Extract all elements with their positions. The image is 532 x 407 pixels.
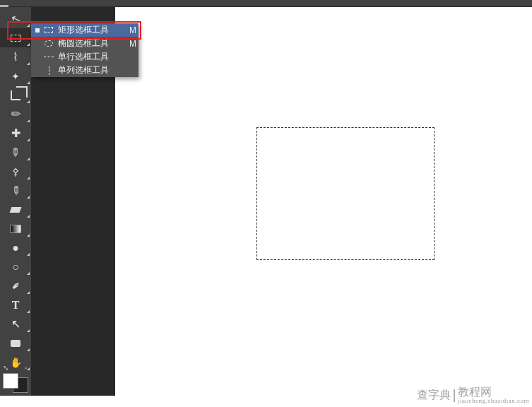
rectangle-shape-icon [11,340,20,347]
wand-tool[interactable]: ✦ [0,66,31,85]
flyout-indicator-icon [27,43,30,46]
flyout-indicator-icon [27,234,30,237]
flyout-label: 椭圆选框工具 [58,37,123,49]
flyout-indicator-icon [27,196,30,199]
marquee-tool[interactable] [0,28,31,47]
eyedropper-icon: ✎ [8,106,24,122]
blur-icon: ● [12,242,19,254]
flyout-indicator-icon [27,62,30,65]
selected-dot-icon [35,28,40,33]
shape-tool[interactable] [0,334,31,353]
move-tool[interactable]: ↖ [0,9,31,28]
heal-tool[interactable]: ✚ [0,124,31,143]
selected-dot-icon [35,69,40,73]
brush-icon: ✎ [8,144,24,160]
dodge-tool[interactable]: ○ [0,257,31,276]
flyout-indicator-icon [27,329,30,332]
watermark: 查字典 教程网 jiaocheng.chazidian.com [417,387,529,404]
flyout-indicator-icon [27,367,30,370]
rectangle-marquee-icon [44,27,54,33]
type-icon: T [12,299,20,312]
path-tool[interactable]: ↖ [0,314,31,334]
flyout-indicator-icon [27,253,30,256]
flyout-indicator-icon [27,119,30,122]
flyout-indicator-icon [27,272,30,275]
marquee-selection[interactable] [256,127,435,260]
lasso-tool[interactable]: ⌇ [0,47,31,66]
flyout-item-ellipse-marquee[interactable]: 椭圆选框工具 M [31,37,138,50]
flyout-label: 单列选框工具 [58,64,123,76]
flyout-label: 单行选框工具 [58,51,123,63]
single-column-marquee-icon [44,66,54,75]
move-icon: ↖ [9,11,23,26]
flyout-item-single-row-marquee[interactable]: 单行选框工具 [31,50,138,64]
flyout-indicator-icon [27,138,30,141]
pen-icon: ✒ [8,278,24,294]
history-brush-icon: ✎ [8,182,24,199]
type-tool[interactable]: T [0,295,31,314]
blur-tool[interactable]: ● [0,238,31,257]
ellipse-marquee-icon [44,40,54,47]
flyout-indicator-icon [27,215,30,218]
dodge-icon: ○ [12,261,19,273]
eyedropper-tool[interactable]: ✎ [0,105,31,124]
watermark-brand-cn: 查字典 [417,388,451,403]
gradient-icon [10,225,21,233]
tool-palette: ↖ ⌇ ✦ ✎ ✚ ✎ ⚴ ✎ ● ○ ✒ T ↖ ✋ 🔍 ⤡ ▫ [0,7,31,396]
selected-dot-icon [35,55,40,59]
brush-tool[interactable]: ✎ [0,143,31,162]
lasso-icon: ⌇ [13,50,18,64]
stamp-tool[interactable]: ⚴ [0,162,31,181]
flyout-label: 矩形选框工具 [58,24,123,36]
selected-dot-icon [35,42,40,46]
spot-heal-icon: ✚ [11,126,20,140]
eraser-tool[interactable] [0,200,31,219]
flyout-shortcut: M [127,39,138,49]
magic-wand-icon: ✦ [11,71,20,82]
flyout-indicator-icon [27,291,30,294]
crop-icon [11,90,20,100]
flyout-item-rectangle-marquee[interactable]: 矩形选框工具 M [31,23,138,37]
pen-tool[interactable]: ✒ [0,276,31,295]
path-select-icon: ↖ [11,317,20,331]
swap-colors-icon[interactable]: ⤡ [3,364,8,372]
marquee-tool-flyout: 矩形选框工具 M 椭圆选框工具 M 单行选框工具 单列选框工具 [31,23,138,77]
flyout-indicator-icon [27,177,30,179]
default-colors-icon[interactable]: ▫ [24,364,27,372]
clone-stamp-icon: ⚴ [12,166,19,177]
color-swatches [3,373,28,393]
divider-icon [454,389,455,402]
foreground-color-swatch[interactable] [3,373,18,389]
crop-tool[interactable] [0,85,31,105]
flyout-indicator-icon [27,158,30,160]
flyout-indicator-icon [27,81,30,84]
watermark-url: jiaocheng.chazidian.com [458,398,529,404]
flyout-item-single-column-marquee[interactable]: 单列选框工具 [31,64,138,77]
flyout-shortcut: M [127,25,138,35]
rectangle-marquee-icon [11,35,20,42]
hand-icon: ✋ [10,357,22,368]
options-bar [0,0,532,7]
eraser-icon [10,207,22,213]
watermark-suffix: 教程网 [458,387,529,398]
flyout-indicator-icon [27,348,30,351]
gradient-tool[interactable] [0,219,31,238]
flyout-indicator-icon [27,24,30,27]
flyout-indicator-icon [27,100,30,103]
flyout-indicator-icon [27,310,30,313]
single-row-marquee-icon [44,57,54,57]
history-brush-tool[interactable]: ✎ [0,181,31,200]
